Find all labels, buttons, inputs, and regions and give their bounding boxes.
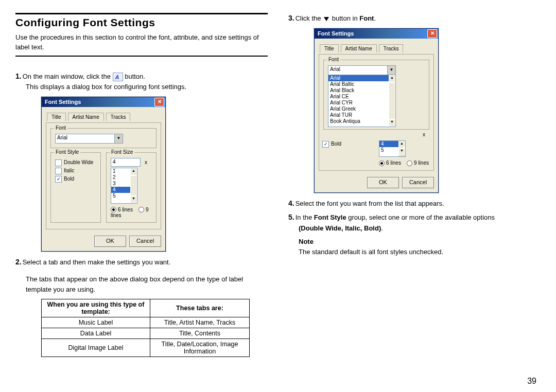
table-row: Digital Image LabelTitle, Date/Location,… [42,339,250,357]
intro-text: Use the procedures in this section to co… [15,33,268,52]
page-number: 39 [527,377,536,386]
step-text: On the main window, click the [23,73,111,80]
table-row: Music LabelTitle, Artist Name, Tracks [42,317,250,328]
note-label: Note [299,237,541,247]
checkbox-italic[interactable]: Italic [55,168,96,174]
font-combobox[interactable]: Arial ▼ [55,134,123,144]
scroll-thumb[interactable] [389,82,395,119]
fontstyle-legend: Font Style [54,149,80,155]
x-label: x [145,159,147,165]
checkbox-doublewide[interactable]: Double Wide [55,159,96,166]
table-header-tabs: These tabs are: [150,299,249,317]
font-group-legend: Font [54,125,67,131]
table-row: Data LabelTitle, Contents [42,328,250,339]
font-settings-dialog: Font Settings ✕ Title Artist Name Tracks… [41,97,166,252]
x-label: x [423,132,425,137]
ok-button[interactable]: OK [94,236,126,247]
step-3: 3.Click the button in Font. [288,13,541,24]
font-combobox[interactable]: Arial ▼ [328,65,396,75]
step-2: 2.Select a tab and then make the setting… [15,257,268,268]
scroll-up-icon[interactable]: ▲ [389,75,395,82]
dialog-title: Font Settings [45,99,81,105]
close-icon[interactable]: ✕ [427,29,437,38]
scroll-down-icon[interactable]: ▼ [130,196,137,203]
radio-6lines[interactable] [111,207,116,212]
page-title: Configuring Font Settings [15,16,268,29]
step-subtext: This displays a dialog box for configuri… [26,82,268,92]
size-listbox-partial[interactable]: 4 5 ▲ ▼ [379,140,406,157]
font-dropdown-list[interactable]: Arial Arial Baltic Arial Black Arial CE … [328,75,396,127]
checkbox-bold[interactable]: ✓Bold [322,141,374,148]
down-triangle-icon [324,17,329,21]
tab-title[interactable]: Title [320,44,339,52]
step-text: button. [125,73,145,80]
template-tabs-table: When you are using this type of template… [41,299,250,357]
step-2-para: The tabs that appear on the above dialog… [26,274,268,295]
a-font-button-icon [113,73,123,81]
cancel-button[interactable]: Cancel [402,177,434,188]
note-text: The standard default is all font styles … [299,248,443,256]
scroll-down-icon[interactable]: ▼ [398,148,405,155]
font-group-legend: Font [327,57,340,62]
close-icon[interactable]: ✕ [154,98,164,106]
radio-6lines[interactable] [379,161,385,166]
font-value: Arial [56,134,114,143]
tab-title[interactable]: Title [47,113,66,121]
tab-artist[interactable]: Artist Name [68,113,104,121]
chevron-down-icon[interactable]: ▼ [114,134,123,143]
size-listbox[interactable]: 1 2 3 4 5 ▲ ▼ [111,168,137,204]
ok-button[interactable]: OK [367,177,399,188]
chevron-down-icon[interactable]: ▼ [387,66,395,75]
step-4: 4.Select the font you want from the list… [288,198,541,209]
step-1: 1.On the main window, click the button. … [15,71,268,93]
size-field[interactable]: 4 [111,158,141,167]
scroll-thumb[interactable] [130,175,137,196]
dialog-title: Font Settings [318,30,354,37]
step-5: 5.In the Font Style group, select one or… [288,212,541,234]
radio-9lines[interactable] [138,207,144,212]
decorative-rule [15,13,268,14]
checkbox-bold[interactable]: ✓Bold [55,176,96,183]
scroll-up-icon[interactable]: ▲ [398,141,405,148]
decorative-rule [15,56,268,57]
dialog-titlebar: Font Settings ✕ [315,29,438,39]
radio-9lines[interactable] [407,161,412,166]
scroll-down-icon[interactable]: ▼ [389,119,395,127]
scroll-up-icon[interactable]: ▲ [130,168,137,175]
tab-tracks[interactable]: Tracks [106,113,131,121]
cancel-button[interactable]: Cancel [129,236,161,247]
tab-artist[interactable]: Artist Name [341,44,377,52]
font-settings-dialog-dropdown: Font Settings ✕ Title Artist Name Tracks… [314,28,439,193]
table-header-template: When you are using this type of template… [42,299,150,317]
note-block: Note The standard default is all font st… [299,237,541,257]
tab-tracks[interactable]: Tracks [379,44,404,52]
fontsize-legend: Font Size [110,149,134,155]
dialog-titlebar: Font Settings ✕ [42,97,165,107]
